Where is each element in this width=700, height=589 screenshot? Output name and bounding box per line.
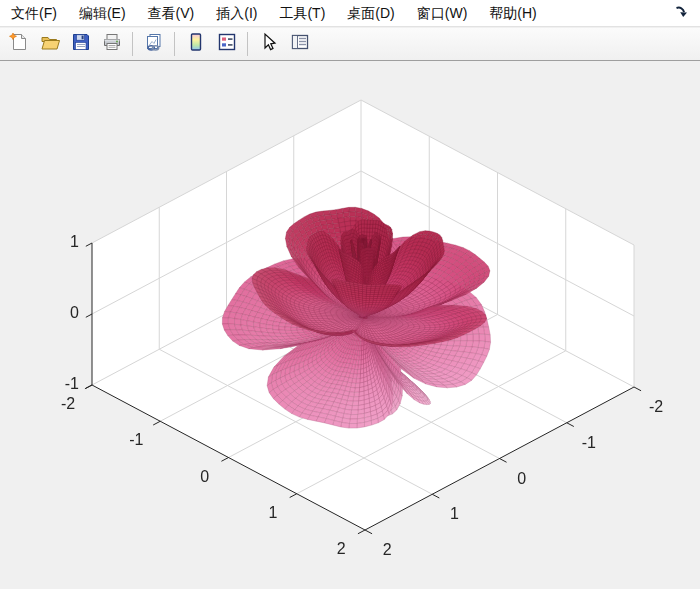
plot-canvas[interactable] bbox=[0, 62, 700, 589]
new-figure-button[interactable] bbox=[4, 30, 33, 59]
matlab-figure-window: 文件(F) 编辑(E) 查看(V) 插入(I) 工具(T) 桌面(D) 窗口(W… bbox=[0, 0, 700, 589]
menu-insert[interactable]: 插入(I) bbox=[205, 0, 268, 26]
dock-figure-button[interactable] bbox=[672, 4, 690, 22]
insert-colorbar-button[interactable] bbox=[181, 30, 210, 59]
menu-bar: 文件(F) 编辑(E) 查看(V) 插入(I) 工具(T) 桌面(D) 窗口(W… bbox=[0, 0, 700, 27]
menu-desktop[interactable]: 桌面(D) bbox=[336, 0, 405, 26]
figure-toolbar bbox=[0, 28, 700, 61]
print-icon bbox=[101, 31, 123, 57]
menu-window[interactable]: 窗口(W) bbox=[406, 0, 479, 26]
menu-tools[interactable]: 工具(T) bbox=[268, 0, 336, 26]
property-inspector-icon bbox=[289, 31, 311, 57]
insert-legend-button[interactable] bbox=[212, 30, 241, 59]
menu-help[interactable]: 帮助(H) bbox=[478, 0, 547, 26]
open-folder-icon bbox=[39, 31, 61, 57]
print-figure-button[interactable] bbox=[97, 30, 126, 59]
toolbar-separator bbox=[174, 32, 175, 56]
toolbar-separator bbox=[132, 32, 133, 56]
toolbar-separator bbox=[247, 32, 248, 56]
property-inspector-button[interactable] bbox=[285, 30, 314, 59]
new-document-icon bbox=[8, 31, 30, 57]
link-plot-icon bbox=[143, 31, 165, 57]
menu-file[interactable]: 文件(F) bbox=[0, 0, 68, 26]
legend-icon bbox=[216, 31, 238, 57]
figure-axes-area bbox=[0, 62, 700, 589]
open-file-button[interactable] bbox=[35, 30, 64, 59]
link-plot-button[interactable] bbox=[139, 30, 168, 59]
dock-arrow-icon bbox=[674, 4, 688, 22]
menu-edit[interactable]: 编辑(E) bbox=[68, 0, 137, 26]
menu-view[interactable]: 查看(V) bbox=[137, 0, 206, 26]
colorbar-icon bbox=[185, 31, 207, 57]
edit-plot-button[interactable] bbox=[254, 30, 283, 59]
cursor-arrow-icon bbox=[258, 31, 280, 57]
save-figure-button[interactable] bbox=[66, 30, 95, 59]
save-icon bbox=[70, 31, 92, 57]
